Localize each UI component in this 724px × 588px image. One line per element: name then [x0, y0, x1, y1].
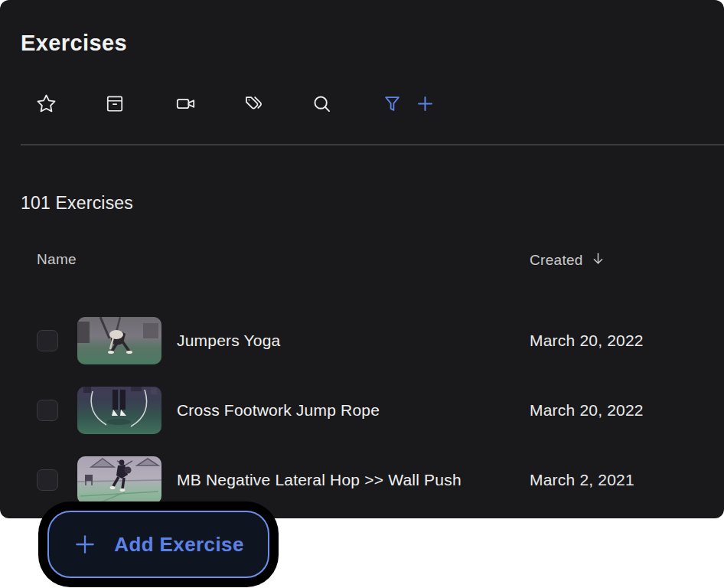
- star-icon: [36, 93, 57, 114]
- exercise-count: 101 Exercises: [21, 193, 133, 214]
- page-title: Exercises: [21, 31, 127, 56]
- exercise-created-date: March 2, 2021: [530, 471, 634, 489]
- exercise-created-date: March 20, 2022: [530, 401, 644, 420]
- add-exercise-button[interactable]: Add Exercise: [47, 511, 269, 578]
- row-checkbox[interactable]: [37, 400, 58, 421]
- name-header-label: Name: [37, 251, 77, 268]
- filter-button[interactable]: [375, 87, 409, 120]
- exercise-row[interactable]: Cross Footwork Jump Rope March 20, 2022: [0, 375, 724, 445]
- video-camera-icon: [175, 93, 196, 114]
- exercise-list: Jumpers Yoga March 20, 2022: [0, 305, 724, 514]
- row-checkbox[interactable]: [37, 469, 58, 491]
- archive-button[interactable]: [98, 87, 132, 120]
- favorites-button[interactable]: [29, 87, 63, 120]
- exercise-thumbnail[interactable]: [77, 317, 161, 364]
- tags-icon: [243, 93, 264, 114]
- created-header-label: Created: [530, 252, 583, 269]
- add-exercise-label: Add Exercise: [114, 533, 244, 557]
- exercise-name: MB Negative Lateral Hop >> Wall Push: [177, 471, 461, 489]
- search-icon: [311, 93, 332, 114]
- archive-icon: [105, 93, 125, 113]
- exercise-created-date: March 20, 2022: [530, 332, 644, 350]
- sort-desc-arrow-icon: [591, 251, 605, 270]
- plus-icon: [415, 93, 435, 114]
- toolbar-divider: [21, 144, 724, 145]
- column-header-name[interactable]: Name: [37, 251, 77, 268]
- add-exercise-button-halo: Add Exercise: [38, 501, 279, 587]
- video-library-button[interactable]: [168, 87, 202, 120]
- exercise-row[interactable]: Jumpers Yoga March 20, 2022: [0, 305, 724, 375]
- filter-icon: [383, 94, 402, 113]
- exercise-name: Cross Footwork Jump Rope: [177, 401, 380, 420]
- column-header-created[interactable]: Created: [530, 251, 605, 270]
- exercise-name: Jumpers Yoga: [177, 332, 281, 350]
- search-button[interactable]: [305, 87, 338, 120]
- exercise-thumbnail[interactable]: [77, 387, 161, 434]
- row-checkbox[interactable]: [37, 330, 58, 351]
- exercise-thumbnail[interactable]: [77, 456, 161, 504]
- quick-add-button[interactable]: [408, 87, 442, 120]
- exercises-panel: Exercises: [0, 0, 724, 518]
- tags-button[interactable]: [236, 87, 270, 120]
- plus-icon: [73, 532, 97, 557]
